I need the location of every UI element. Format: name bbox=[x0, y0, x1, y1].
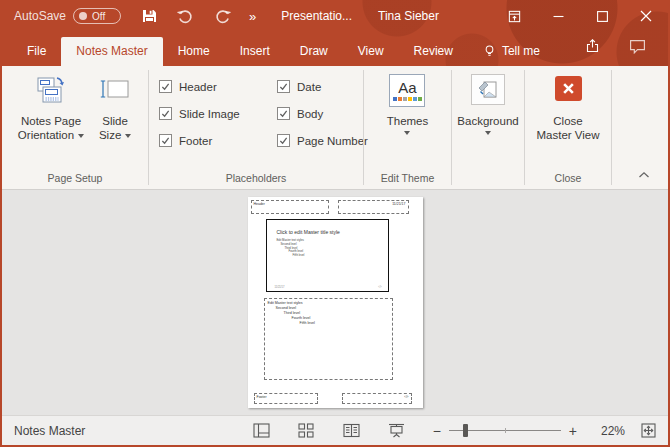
maximize-button[interactable] bbox=[580, 0, 624, 32]
reading-view-button[interactable] bbox=[343, 423, 360, 438]
slide-size-icon bbox=[98, 74, 132, 108]
page-number-placeholder[interactable]: ‹#› bbox=[342, 393, 412, 404]
autosave-switch[interactable]: Off bbox=[73, 8, 121, 24]
slide-size-label-line2: Size bbox=[99, 129, 121, 141]
checkbox-checked-icon bbox=[159, 80, 172, 93]
undo-button[interactable] bbox=[177, 8, 194, 25]
slide-sorter-view-button[interactable] bbox=[298, 423, 315, 438]
status-bar: Notes Master bbox=[2, 415, 668, 445]
tab-file[interactable]: File bbox=[12, 37, 61, 66]
body-placeholder[interactable]: Edit Master text styles Second level Thi… bbox=[264, 298, 393, 380]
redo-icon bbox=[214, 8, 231, 25]
checkbox-checked-icon bbox=[277, 134, 290, 147]
zoom-level[interactable]: 22% bbox=[591, 424, 625, 438]
tabrow-right-icons bbox=[584, 38, 668, 66]
slide-size-label-line1: Slide bbox=[102, 114, 128, 128]
zoom-out-button[interactable]: − bbox=[433, 423, 441, 439]
redo-button[interactable] bbox=[214, 8, 231, 25]
checkbox-page-number[interactable]: Page Number bbox=[277, 134, 368, 147]
reading-view-icon bbox=[343, 423, 360, 438]
date-placeholder-text: 11/21/17 bbox=[339, 201, 408, 207]
header-placeholder[interactable]: Header bbox=[251, 200, 329, 214]
share-icon bbox=[584, 38, 601, 54]
slide-footer-date: 11/21/17 bbox=[275, 286, 285, 289]
checkbox-body-label: Body bbox=[297, 108, 323, 120]
body-level-1: Edit Master text styles bbox=[265, 299, 392, 306]
dropdown-arrow-icon bbox=[485, 131, 491, 135]
autosave-switch-knob bbox=[79, 12, 87, 20]
zoom-slider-center-tick bbox=[505, 428, 506, 433]
tab-home[interactable]: Home bbox=[163, 37, 225, 66]
ribbon-display-options-icon bbox=[507, 9, 522, 24]
notes-page-orientation-button[interactable]: Notes Page Orientation bbox=[18, 66, 84, 142]
collapse-ribbon-button[interactable] bbox=[638, 165, 650, 183]
tab-tell-me[interactable]: Tell me bbox=[468, 37, 555, 66]
normal-view-button[interactable] bbox=[253, 423, 270, 438]
slideshow-view-button[interactable] bbox=[388, 423, 405, 438]
group-background: Background bbox=[452, 66, 524, 189]
tab-insert[interactable]: Insert bbox=[225, 37, 285, 66]
slide-image-placeholder[interactable]: Click to edit Master title style Edit Ma… bbox=[266, 219, 389, 292]
themes-button[interactable]: Aa Themes bbox=[387, 66, 429, 135]
header-placeholder-text: Header bbox=[252, 201, 328, 207]
slide-number: ‹#› bbox=[378, 286, 381, 289]
tab-tell-me-label: Tell me bbox=[502, 44, 540, 58]
ribbon-display-options-button[interactable] bbox=[492, 0, 536, 32]
group-close: Close Master View Close bbox=[525, 66, 611, 189]
themes-icon: Aa bbox=[389, 74, 425, 107]
close-master-view-button[interactable]: Close Master View bbox=[536, 66, 599, 142]
tab-view[interactable]: View bbox=[343, 37, 399, 66]
checkbox-footer-label: Footer bbox=[179, 135, 212, 147]
user-name[interactable]: Tina Sieber bbox=[378, 9, 439, 23]
minimize-button[interactable] bbox=[536, 0, 580, 32]
tab-notes-master[interactable]: Notes Master bbox=[61, 37, 162, 66]
zoom-slider[interactable] bbox=[449, 430, 561, 431]
group-label-close: Close bbox=[525, 172, 611, 189]
autosave-label: AutoSave bbox=[14, 9, 66, 23]
checkbox-header[interactable]: Header bbox=[159, 80, 277, 93]
date-placeholder[interactable]: 11/21/17 bbox=[338, 200, 409, 214]
slide-size-button[interactable]: Slide Size bbox=[98, 66, 132, 142]
footer-placeholder-text: Footer bbox=[255, 394, 317, 400]
slide-sorter-icon bbox=[298, 423, 314, 438]
editing-canvas[interactable]: Header 11/21/17 Click to edit Master tit… bbox=[2, 190, 668, 415]
save-icon bbox=[141, 8, 157, 24]
checkbox-checked-icon bbox=[159, 107, 172, 120]
background-button[interactable]: Background bbox=[457, 66, 518, 135]
orientation-label-line1: Notes Page bbox=[21, 114, 81, 128]
group-label-page-setup: Page Setup bbox=[2, 172, 148, 189]
zoom-slider-handle[interactable] bbox=[463, 424, 468, 437]
footer-placeholder[interactable]: Footer bbox=[254, 393, 318, 404]
dropdown-arrow-icon bbox=[125, 134, 131, 138]
document-title: Presentatio... bbox=[281, 9, 352, 23]
checkbox-date[interactable]: Date bbox=[277, 80, 368, 93]
checkbox-checked-icon bbox=[277, 107, 290, 120]
comment-icon bbox=[629, 39, 646, 54]
slide-bullet: Fifth level bbox=[277, 254, 388, 258]
more-commands-button[interactable]: » bbox=[249, 9, 255, 24]
group-edit-theme: Aa Themes Edit Theme bbox=[364, 66, 451, 189]
autosave-toggle[interactable]: AutoSave Off bbox=[14, 8, 121, 24]
zoom-in-button[interactable]: + bbox=[569, 423, 577, 439]
lightbulb-icon bbox=[483, 44, 496, 58]
save-button[interactable] bbox=[141, 8, 157, 24]
close-master-view-icon bbox=[555, 76, 582, 101]
tab-draw[interactable]: Draw bbox=[285, 37, 343, 66]
dropdown-arrow-icon bbox=[404, 131, 410, 135]
app-header: AutoSave Off bbox=[2, 0, 668, 66]
slide-bullet-list: Edit Master text styles Second level Thi… bbox=[267, 235, 388, 258]
share-button[interactable] bbox=[584, 38, 601, 58]
ribbon-tab-row: File Notes Master Home Insert Draw View … bbox=[2, 32, 668, 66]
checkbox-checked-icon bbox=[277, 80, 290, 93]
tab-review[interactable]: Review bbox=[399, 37, 468, 66]
fit-slide-to-window-button[interactable] bbox=[641, 423, 656, 438]
checkbox-body[interactable]: Body bbox=[277, 107, 368, 120]
notes-master-page[interactable]: Header 11/21/17 Click to edit Master tit… bbox=[248, 197, 423, 408]
checkbox-footer[interactable]: Footer bbox=[159, 134, 277, 147]
close-button[interactable] bbox=[624, 0, 668, 32]
comments-button[interactable] bbox=[629, 39, 646, 58]
window-controls bbox=[492, 0, 668, 32]
notes-page-orientation-icon bbox=[34, 74, 68, 108]
titlebar: AutoSave Off bbox=[2, 0, 668, 32]
checkbox-slide-image[interactable]: Slide Image bbox=[159, 107, 277, 120]
